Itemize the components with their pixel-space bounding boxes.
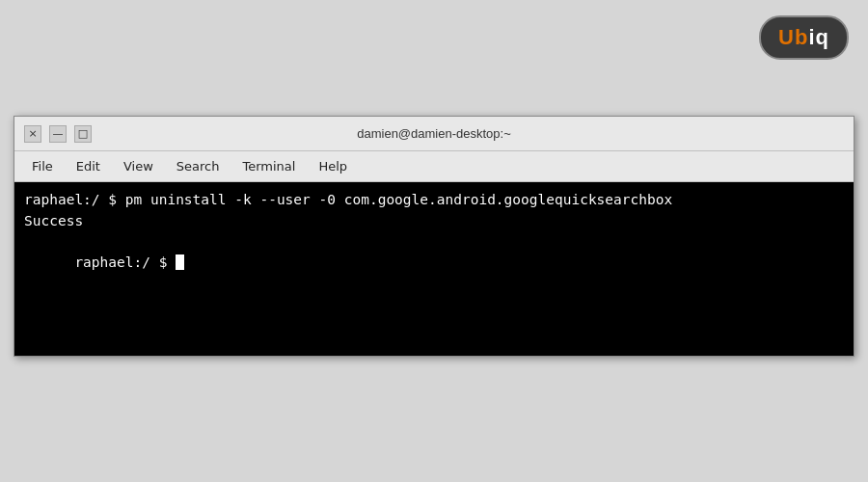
logo: Ubiq [759, 15, 849, 60]
minimize-icon: — [53, 127, 64, 140]
menu-view[interactable]: View [114, 155, 163, 177]
terminal-line-3: raphael:/ $ [24, 232, 844, 295]
menu-terminal[interactable]: Terminal [232, 155, 305, 177]
logo-i: i [808, 25, 815, 49]
terminal-content[interactable]: raphael:/ $ pm uninstall -k --user -0 co… [14, 182, 854, 356]
close-icon: × [28, 127, 37, 140]
window-controls: × — □ [24, 125, 92, 143]
menu-edit[interactable]: Edit [67, 155, 110, 177]
terminal-prompt: raphael:/ $ [74, 254, 176, 270]
terminal-line-1: raphael:/ $ pm uninstall -k --user -0 co… [24, 190, 844, 211]
menu-bar: File Edit View Search Terminal Help [14, 151, 854, 182]
logo-b: b [795, 25, 808, 49]
terminal-cursor [176, 254, 184, 270]
close-button[interactable]: × [24, 125, 41, 143]
menu-file[interactable]: File [22, 155, 63, 177]
menu-help[interactable]: Help [309, 155, 357, 177]
menu-search[interactable]: Search [167, 155, 230, 177]
maximize-button[interactable]: □ [74, 125, 92, 143]
terminal-window: × — □ damien@damien-desktop:~ File Edit … [14, 116, 854, 357]
minimize-button[interactable]: — [49, 125, 67, 143]
logo-u: U [778, 25, 795, 49]
window-title: damien@damien-desktop:~ [357, 126, 511, 141]
terminal-line-2: Success [24, 211, 844, 232]
maximize-icon: □ [78, 127, 88, 140]
logo-q: q [816, 25, 829, 49]
title-bar: × — □ damien@damien-desktop:~ [14, 117, 854, 151]
